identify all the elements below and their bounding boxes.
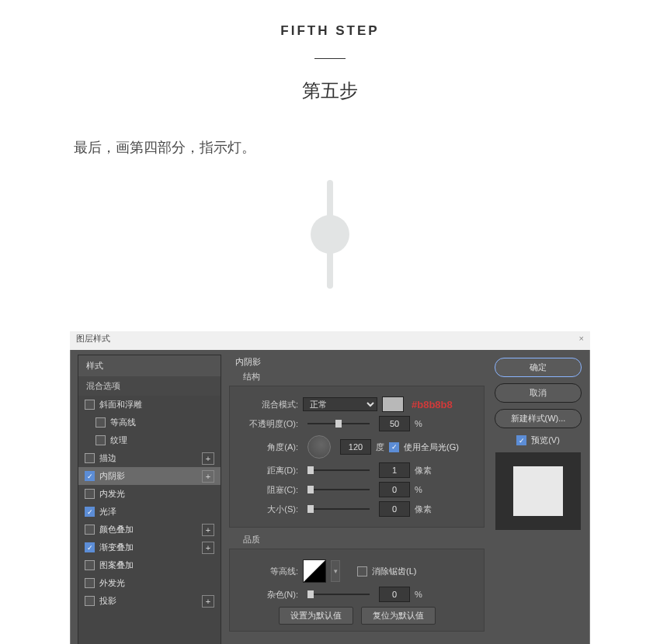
effect-contour[interactable]: 等高线 (78, 414, 221, 431)
dialog-right-column: 确定 取消 新建样式(W)... 预览(V) (492, 355, 584, 644)
blend-mode-select[interactable]: 正常 (303, 397, 377, 411)
set-default-button[interactable]: 设置为默认值 (279, 607, 353, 625)
effect-gradient-overlay[interactable]: 渐变叠加+ (78, 538, 221, 556)
distance-row: 距离(D): 像素 (238, 462, 476, 478)
opacity-slider[interactable] (307, 423, 370, 424)
effect-texture[interactable]: 纹理 (78, 431, 221, 449)
checkbox[interactable] (96, 435, 106, 445)
settings-panel: 内阴影 结构 混合模式: 正常 #b8b8b8 不透明度(O): % (229, 355, 485, 644)
contour-picker[interactable] (303, 559, 326, 583)
distance-slider[interactable] (307, 469, 370, 471)
step-en-title: FIFTH STEP (0, 23, 660, 39)
effect-inner-shadow[interactable]: 内阴影+ (78, 467, 221, 485)
ok-button[interactable]: 确定 (495, 358, 582, 377)
indicator-figure (0, 157, 660, 312)
effects-panel: 样式 混合选项 斜面和浮雕 等高线 纹理 描边+ 内阴影+ 内发光 光泽 颜色叠… (78, 355, 221, 644)
blend-options[interactable]: 混合选项 (78, 376, 221, 396)
indicator-stick-bottom (327, 242, 333, 289)
preview-checkbox[interactable] (516, 435, 526, 445)
noise-input[interactable] (379, 587, 410, 602)
noise-slider[interactable] (307, 594, 370, 595)
choke-input[interactable] (379, 482, 410, 497)
opacity-input[interactable] (379, 416, 410, 431)
layer-style-dialog: 图层样式 × 样式 混合选项 斜面和浮雕 等高线 纹理 描边+ 内阴影+ 内发光… (70, 331, 590, 644)
plus-icon[interactable]: + (202, 524, 214, 536)
plus-icon[interactable]: + (202, 470, 214, 483)
instruction-text: 最后，画第四部分，指示灯。 (0, 103, 660, 157)
preview-box (495, 452, 581, 530)
color-swatch[interactable] (382, 396, 404, 412)
checkbox[interactable] (85, 489, 95, 499)
angle-dial[interactable] (307, 435, 331, 459)
divider (314, 58, 346, 59)
dialog-titlebar[interactable]: 图层样式 × (70, 331, 590, 350)
global-light-checkbox[interactable] (389, 442, 399, 452)
checkbox[interactable] (85, 471, 95, 481)
effect-color-overlay[interactable]: 颜色叠加+ (78, 521, 221, 538)
choke-row: 阻塞(C): % (238, 482, 476, 497)
size-row: 大小(S): 像素 (238, 501, 476, 517)
section-structure: 结构 (229, 371, 485, 386)
blend-mode-row: 混合模式: 正常 #b8b8b8 (238, 396, 476, 412)
noise-row: 杂色(N): % (238, 587, 476, 602)
checkbox[interactable] (96, 417, 106, 428)
distance-input[interactable] (379, 462, 410, 478)
effect-drop-shadow[interactable]: 投影+ (78, 592, 221, 610)
chevron-down-icon[interactable]: ▾ (331, 560, 340, 582)
global-light-label: 使用全局光(G) (404, 441, 459, 453)
reset-default-button[interactable]: 复位为默认值 (361, 607, 436, 625)
styles-header[interactable]: 样式 (78, 355, 221, 376)
checkbox[interactable] (85, 542, 95, 552)
section-title: 内阴影 (229, 355, 485, 371)
contour-row: 等高线: ▾ 消除锯齿(L) (238, 559, 476, 583)
effect-bevel[interactable]: 斜面和浮雕 (78, 396, 221, 414)
effect-pattern-overlay[interactable]: 图案叠加 (78, 556, 221, 574)
step-header: FIFTH STEP 第五步 (0, 0, 660, 103)
step-cn-title: 第五步 (0, 78, 660, 103)
plus-icon[interactable]: + (202, 542, 214, 554)
checkbox[interactable] (85, 400, 95, 410)
preview-label: 预览(V) (531, 435, 560, 446)
plus-icon[interactable]: + (202, 452, 214, 465)
opacity-row: 不透明度(O): % (238, 416, 476, 431)
checkbox[interactable] (85, 560, 95, 570)
checkbox[interactable] (85, 525, 95, 535)
anti-alias-checkbox[interactable] (357, 566, 367, 576)
section-quality: 品质 (229, 534, 485, 549)
size-input[interactable] (379, 501, 410, 517)
size-slider[interactable] (307, 508, 370, 510)
dialog-title: 图层样式 (76, 334, 110, 343)
plus-icon[interactable]: + (202, 595, 214, 608)
anti-alias-label: 消除锯齿(L) (372, 566, 416, 577)
cancel-button[interactable]: 取消 (495, 383, 582, 403)
effect-outer-glow[interactable]: 外发光 (78, 574, 221, 592)
checkbox[interactable] (85, 578, 95, 588)
choke-slider[interactable] (307, 489, 370, 490)
effect-inner-glow[interactable]: 内发光 (78, 485, 221, 503)
angle-input[interactable] (340, 439, 371, 455)
checkbox[interactable] (85, 596, 95, 606)
angle-row: 角度(A): 度 使用全局光(G) (238, 435, 476, 459)
effect-stroke[interactable]: 描边+ (78, 449, 221, 467)
preview-swatch (513, 466, 563, 516)
new-style-button[interactable]: 新建样式(W)... (495, 409, 582, 428)
checkbox[interactable] (85, 507, 95, 517)
color-hex-note: #b8b8b8 (412, 399, 453, 410)
blend-mode-label: 混合模式: (238, 399, 298, 410)
checkbox[interactable] (85, 453, 95, 463)
close-icon[interactable]: × (579, 334, 584, 343)
effect-satin[interactable]: 光泽 (78, 503, 221, 521)
